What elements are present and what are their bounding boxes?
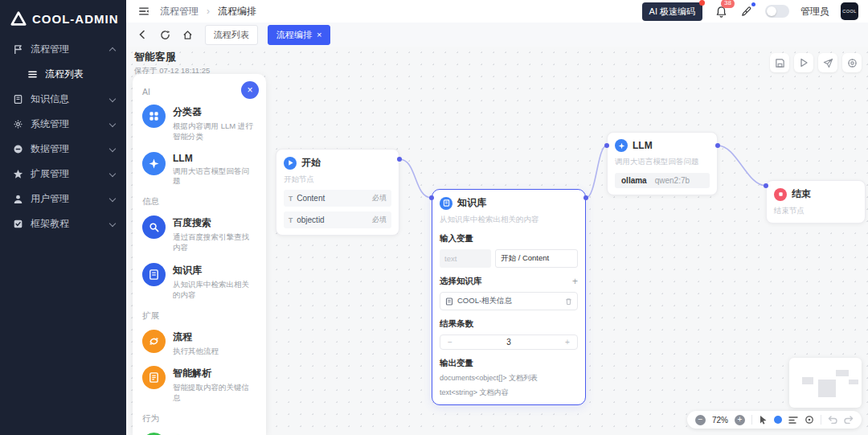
node-llm[interactable]: LLM 调用大语言模型回答问题 ollama qwen2:7b [607,132,718,195]
app-window: COOL-ADMIN 流程管理流程列表知识信息系统管理数据管理扩展管理用户管理框… [0,0,868,435]
auto-layout-button[interactable] [788,416,798,425]
palette-close-button[interactable]: × [241,81,259,99]
select-tool-button[interactable] [759,415,768,425]
start-node-fields: TContent必填Tobjectid必填 [284,190,391,228]
palette-item[interactable]: 分类器根据内容调用 LLM 进行智能分类 [142,105,256,142]
logo: COOL-ADMIN [0,0,126,37]
palette-item-desc: 调用大语言模型回答问题 [173,166,256,187]
port-knowledge-out[interactable] [583,195,588,200]
palette-category-label: 扩展 [142,310,256,322]
tab-process-editor[interactable]: 流程编排 × [268,25,330,45]
dark-mode-toggle[interactable] [765,5,789,18]
undo-button[interactable] [828,416,837,424]
palette-item-name: 分类器 [173,105,256,119]
chevron-down-icon [109,195,116,201]
field-name: objectid [297,215,324,224]
palette-item[interactable]: 百度搜索通过百度搜索引擎查找内容 [142,215,256,253]
palette-item-name: LLM [173,152,256,164]
start-node-icon [284,157,297,170]
stepper-minus-button[interactable]: − [440,335,460,349]
stepper-value[interactable]: 3 [460,335,558,349]
sidebar-item-6[interactable]: 用户管理 [0,187,126,211]
port-start-out[interactable] [397,157,402,162]
output-var-line: text<string> 文档内容 [440,388,578,398]
database-icon [12,144,23,155]
save-icon [775,58,785,68]
palette-item-name: 百度搜索 [173,215,256,230]
palette-item[interactable]: 智能解析智能提取内容的关键信息 [142,366,256,404]
breadcrumb-item[interactable]: 流程管理 [160,5,199,18]
port-llm-out[interactable] [715,143,720,148]
sidebar-item-0[interactable]: 流程管理 [0,37,126,62]
pan-tool-button[interactable] [774,416,782,424]
redo-icon [844,416,854,424]
publish-flow-button[interactable] [818,53,837,72]
theme-pen-button[interactable] [739,4,754,18]
palette-item[interactable]: 知识库从知识库中检索出相关的内容 [142,263,256,301]
sidebar-item-label: 系统管理 [31,117,69,131]
type-text-icon: T [289,195,293,203]
palette-item[interactable]: 流程执行其他流程 [142,330,256,357]
close-tab-icon[interactable]: × [317,31,321,39]
run-flow-button[interactable] [794,53,813,72]
flow-canvas[interactable]: 智能客服 保存于 07-12 18:11:25 × AI分类器根据内容调用 LL… [126,47,868,435]
palette-item-desc: 执行其他流程 [173,347,219,357]
fit-view-button[interactable] [805,415,814,425]
flow-settings-button[interactable] [842,53,862,72]
sidebar-item-1[interactable]: 流程列表 [0,62,126,87]
collapse-menu-icon[interactable] [136,3,152,19]
llm-node-icon [615,139,628,152]
sidebar-item-7[interactable]: 框架教程 [0,211,126,236]
home-button[interactable] [179,27,195,43]
port-llm-in[interactable] [604,143,609,148]
palette-item-desc: 根据内容调用 LLM 进行智能分类 [173,121,256,142]
delete-kb-icon[interactable] [565,298,572,306]
user-icon [12,194,23,205]
flag-icon [12,44,23,55]
sidebar-item-3[interactable]: 系统管理 [0,112,126,137]
sidebar-item-label: 扩展管理 [31,167,69,181]
sidebar-item-4[interactable]: 数据管理 [0,137,126,162]
breadcrumb-item-current: 流程编排 [218,5,256,18]
notifications-button[interactable]: 38 [714,4,728,18]
sidebar-item-label: 流程管理 [31,43,69,56]
add-knowledge-base-button[interactable]: + [572,276,578,287]
redo-button[interactable] [844,416,854,424]
sidebar-item-label: 用户管理 [31,192,69,206]
save-flow-button[interactable] [770,53,789,72]
breadcrumb-separator: › [207,6,210,17]
sidebar-item-2[interactable]: 知识信息 [0,87,126,112]
port-end-in[interactable] [764,183,768,188]
chevron-down-icon [109,95,116,101]
sidebar-item-5[interactable]: 扩展管理 [0,162,126,187]
zoom-out-button[interactable]: − [695,415,706,425]
stepper-plus-button[interactable]: + [558,335,577,349]
node-start[interactable]: 开始 开始节点 TContent必填Tobjectid必填 [276,149,399,236]
chevron-down-icon [109,120,116,126]
start-field-row[interactable]: TContent必填 [284,190,391,207]
port-knowledge-in[interactable] [429,195,434,200]
node-end[interactable]: 结束 结束节点 [766,180,866,224]
start-field-row[interactable]: Tobjectid必填 [284,211,391,228]
sidebar-item-label: 框架教程 [31,217,69,231]
input-var-source-select[interactable]: 开始 / Content [495,249,578,268]
chevron-up-icon [109,47,116,54]
palette-item[interactable]: LLM调用大语言模型回答问题 [142,152,256,187]
knowledge-outputs: documents<object[]> 文档列表text<string> 文档内… [440,373,578,398]
knowledge-base-item[interactable]: COOL-相关信息 [440,292,578,310]
llm-model-pill[interactable]: ollama qwen2:7b [615,173,710,188]
undo-icon [828,416,837,424]
zoom-in-button[interactable]: + [735,415,745,425]
back-button[interactable] [134,27,150,43]
ai-quick-code-button[interactable]: AI 极速编码 [642,2,702,21]
node-knowledge[interactable]: 知识库 从知识库中检索出相关的内容 输入变量 开始 / Content 选择知识… [432,189,586,405]
minimap[interactable] [789,358,862,408]
refresh-button[interactable] [157,27,173,43]
palette-item-name: 知识库 [173,263,256,277]
tab-process-list[interactable]: 流程列表 [205,25,258,45]
avatar[interactable]: COOL [841,2,858,20]
input-var-name-field[interactable] [440,249,491,268]
flow-edge [718,146,766,186]
baidu-search-icon [142,215,166,239]
classifier-icon [142,105,166,128]
